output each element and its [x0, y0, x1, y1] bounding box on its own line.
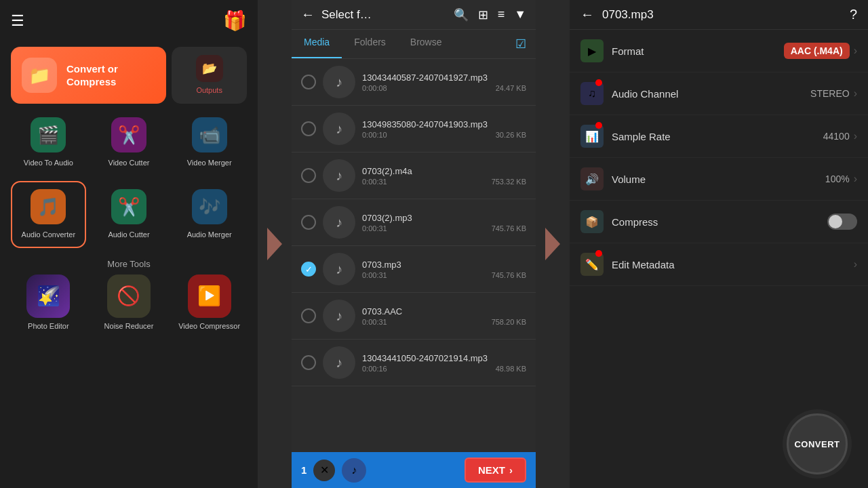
file-item[interactable]: ♪0703(2).mp30:00:31745.76 KB	[292, 199, 536, 246]
help-icon[interactable]: ?	[850, 7, 857, 22]
middle-back-icon[interactable]: ←	[301, 7, 315, 22]
setting-dot-audio-channel	[595, 79, 602, 86]
file-name: 0703(2).mp3	[362, 213, 526, 223]
setting-row-format[interactable]: ▶FormatAAC (.M4A)›	[570, 30, 868, 73]
noise-reducer-icon: 🚫	[107, 274, 151, 318]
gift-icon[interactable]: 🎁	[223, 9, 247, 32]
audio-converter-card[interactable]: 🎵 Audio Converter	[11, 181, 86, 247]
setting-row-edit-metadata[interactable]: ✏️Edit Metadata›	[570, 243, 868, 286]
file-thumb: ♪	[323, 206, 355, 239]
setting-row-sample-rate[interactable]: 📊Sample Rate44100›	[570, 115, 868, 158]
file-duration: 0:00:08	[362, 84, 387, 92]
middle-header: ← Select f… 🔍 ⊞ ≡ ▼	[292, 0, 536, 30]
right-back-icon[interactable]: ←	[580, 7, 594, 22]
setting-arrow-edit-metadata: ›	[854, 258, 857, 270]
toggle-compress[interactable]	[827, 214, 857, 230]
file-thumb: ♪	[323, 300, 355, 332]
file-size: 24.47 KB	[496, 84, 526, 92]
file-radio[interactable]	[301, 308, 316, 323]
audio-cutter-label: Audio Cutter	[108, 230, 149, 239]
tab-folders[interactable]: Folders	[342, 30, 398, 58]
file-thumb: ♪	[323, 346, 355, 379]
file-item[interactable]: ♪13043441050-2407021914.mp30:00:1648.98 …	[292, 340, 536, 386]
video-cutter-card[interactable]: ✂️ Video Cutter	[92, 109, 167, 176]
file-info: 13043441050-2407021914.mp30:00:1648.98 K…	[362, 353, 526, 373]
file-meta: 0:00:1030.26 KB	[362, 131, 526, 139]
video-merger-icon: 📹	[192, 117, 227, 152]
bottom-bar: 1 ✕ ♪ NEXT ›	[292, 452, 536, 488]
hamburger-icon[interactable]: ☰	[11, 12, 24, 30]
setting-row-compress[interactable]: 📦Compress	[570, 201, 868, 243]
file-info: 0703.AAC0:00:31758.20 KB	[362, 306, 526, 326]
file-info: 0703(2).mp30:00:31745.76 KB	[362, 213, 526, 232]
file-duration: 0:00:31	[362, 318, 387, 326]
noise-reducer-label: Noise Reducer	[104, 322, 154, 330]
photo-editor-label: Photo Editor	[28, 322, 69, 330]
more-tools-label: More Tools	[0, 253, 258, 272]
video-to-audio-icon: 🎬	[31, 117, 66, 152]
file-size: 753.32 KB	[492, 178, 526, 186]
file-radio[interactable]	[301, 262, 316, 277]
header-icons: 🔍 ⊞ ≡ ▼	[454, 7, 526, 22]
video-to-audio-label: Video To Audio	[24, 158, 73, 167]
tab-check-icon: ☑	[506, 30, 536, 58]
file-item[interactable]: ♪0703.AAC0:00:31758.20 KB	[292, 293, 536, 340]
video-cutter-icon: ✂️	[111, 117, 146, 152]
outputs-label: Outputs	[196, 86, 222, 94]
tab-media[interactable]: Media	[292, 30, 342, 58]
file-info: 13043440587-2407041927.mp30:00:0824.47 K…	[362, 73, 526, 92]
audio-converter-label: Audio Converter	[22, 230, 76, 239]
convert-button[interactable]: CONVERT	[787, 413, 848, 474]
audio-cutter-card[interactable]: ✂️ Audio Cutter	[92, 181, 167, 247]
outputs-card[interactable]: 📂 Outputs	[172, 47, 247, 104]
next-button[interactable]: NEXT ›	[465, 458, 526, 483]
file-thumb: ♪	[323, 159, 355, 192]
photo-editor-card[interactable]: 🌠 Photo Editor	[11, 274, 86, 330]
file-radio[interactable]	[301, 355, 316, 370]
arrow-shape-1	[267, 228, 282, 260]
file-meta: 0:00:1648.98 KB	[362, 365, 526, 373]
setting-icon-volume: 🔊	[580, 167, 604, 190]
setting-value-sample-rate: 44100	[823, 131, 850, 142]
video-to-audio-card[interactable]: 🎬 Video To Audio	[11, 109, 86, 176]
noise-reducer-card[interactable]: 🚫 Noise Reducer	[92, 274, 167, 330]
video-compressor-card[interactable]: ▶️ Video Compressor	[172, 274, 247, 330]
music-note-icon: ♪	[336, 355, 342, 371]
file-radio[interactable]	[301, 75, 316, 89]
music-note-icon: ♪	[336, 308, 342, 324]
setting-row-audio-channel[interactable]: ♫Audio ChannelSTEREO›	[570, 73, 868, 115]
toggle-container-compress[interactable]	[827, 214, 857, 230]
file-thumb: ♪	[323, 253, 355, 285]
setting-row-volume[interactable]: 🔊Volume100%›	[570, 158, 868, 201]
sort-icon[interactable]: ≡	[498, 7, 505, 22]
file-size: 30.26 KB	[496, 131, 526, 139]
convert-compress-card[interactable]: 📁 Convert or Compress	[11, 47, 166, 104]
audio-merger-card[interactable]: 🎶 Audio Merger	[172, 181, 247, 247]
dropdown-icon[interactable]: ▼	[514, 7, 526, 22]
video-compressor-icon: ▶️	[188, 274, 231, 318]
grid-icon[interactable]: ⊞	[478, 7, 488, 22]
file-duration: 0:00:31	[362, 271, 387, 279]
setting-value-volume: 100%	[825, 174, 850, 184]
tab-browse[interactable]: Browse	[398, 30, 454, 58]
file-radio[interactable]	[301, 215, 316, 230]
setting-label-sample-rate: Sample Rate	[612, 131, 823, 142]
file-item[interactable]: ♪13049835080-2407041903.mp30:00:1030.26 …	[292, 106, 536, 152]
file-item[interactable]: ♪0703.mp30:00:31745.76 KB	[292, 246, 536, 293]
outputs-icon: 📂	[196, 55, 223, 82]
music-note-icon: ♪	[336, 168, 342, 184]
file-thumb: ♪	[323, 66, 355, 98]
convert-button-wrap: CONVERT	[570, 400, 868, 488]
tabs-row: Media Folders Browse ☑	[292, 30, 536, 59]
search-icon[interactable]: 🔍	[454, 7, 469, 22]
file-item[interactable]: ♪13043440587-2407041927.mp30:00:0824.47 …	[292, 59, 536, 106]
file-meta: 0:00:31753.32 KB	[362, 178, 526, 186]
remove-selected-button[interactable]: ✕	[313, 460, 335, 481]
file-radio[interactable]	[301, 121, 316, 136]
photo-editor-icon: 🌠	[26, 274, 70, 318]
file-radio[interactable]	[301, 168, 316, 183]
file-list: ♪13043440587-2407041927.mp30:00:0824.47 …	[292, 59, 536, 452]
video-merger-card[interactable]: 📹 Video Merger	[172, 109, 247, 176]
file-item[interactable]: ♪0703(2).m4a0:00:31753.32 KB	[292, 152, 536, 199]
arrow-divider-2	[536, 0, 570, 488]
